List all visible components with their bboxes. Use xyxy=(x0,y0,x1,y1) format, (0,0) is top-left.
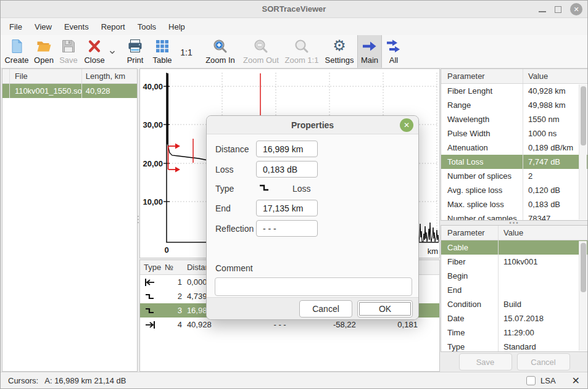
chevron-down-icon[interactable] xyxy=(109,47,115,57)
maximize-icon[interactable] xyxy=(555,6,561,13)
parameter-row[interactable]: Wavelength1550 nm xyxy=(441,112,587,126)
toolbar-open-label: Open xyxy=(34,55,54,65)
cable-info-row[interactable]: End xyxy=(441,283,587,297)
cable-info-row[interactable]: Fiber110kv001 xyxy=(441,255,587,269)
svg-text:⚙: ⚙ xyxy=(333,38,346,54)
toolbar-open-button[interactable]: Open xyxy=(31,35,56,68)
minimize-icon[interactable] xyxy=(539,11,546,12)
dialog-footer: Cancel OK xyxy=(207,297,418,319)
cable-info-row[interactable]: ConditionBuild xyxy=(441,297,587,311)
comment-label: Comment xyxy=(215,263,253,273)
cable-param-value-cell: Build xyxy=(498,297,587,311)
params-scroll-thumb[interactable] xyxy=(581,86,586,145)
parameter-value-cell: 0,183 dB xyxy=(523,197,587,211)
cable-info-row[interactable]: Cable xyxy=(441,240,587,255)
menu-item-help[interactable]: Help xyxy=(162,20,191,34)
cable-info-row[interactable]: TypeStandard xyxy=(441,340,587,352)
menu-item-view[interactable]: View xyxy=(28,20,58,34)
title-bar: SORTraceViewer ✕ xyxy=(1,1,587,18)
event-number-cell: 2 xyxy=(164,289,184,303)
toolbar-zoom-in-label: Zoom In xyxy=(205,55,235,65)
toolbar-settings-button[interactable]: ⚙Settings xyxy=(321,35,357,68)
menu-item-report[interactable]: Report xyxy=(95,20,131,34)
trace-line xyxy=(168,142,209,160)
dialog-ok-button[interactable]: OK xyxy=(357,300,413,317)
gear-icon: ⚙ xyxy=(331,37,348,55)
parameter-row[interactable]: Number of splices2 xyxy=(441,169,587,183)
toolbar-save-button[interactable]: Save xyxy=(56,35,81,68)
toolbar-print-label: Print xyxy=(127,55,144,65)
event-comment-cell xyxy=(437,275,439,289)
parameter-value-cell: 1550 nm xyxy=(523,112,587,126)
side-buttons: Save Cancel xyxy=(441,353,588,372)
end-label: End xyxy=(215,203,256,213)
event-comment-cell xyxy=(437,289,439,303)
cable-scrollbar[interactable] xyxy=(579,241,587,351)
cable-param-name-cell: Time xyxy=(441,326,498,340)
toolbar-table-button[interactable]: Table xyxy=(149,35,176,68)
event-number-cell: 3 xyxy=(164,303,184,317)
parameter-row[interactable]: Range49,988 km xyxy=(441,98,587,112)
file-list-row[interactable]: 110kv001_1550.sor40,928 xyxy=(2,84,137,98)
lsa-checkbox[interactable] xyxy=(526,376,536,385)
comment-field[interactable] xyxy=(215,277,412,296)
toolbar-zoom-1-1-button[interactable]: Zoom 1:1 xyxy=(282,35,321,68)
toolbar-close-button[interactable]: Close xyxy=(81,35,108,68)
toolbar-zoom-in-button[interactable]: Zoom In xyxy=(201,35,240,68)
cable-info-row[interactable]: Begin xyxy=(441,269,587,283)
parameter-name-cell: Avg. splice loss xyxy=(441,183,523,197)
number-column-header: № xyxy=(164,260,184,274)
dialog-title-bar: Properties ✕ xyxy=(207,116,418,134)
horizontal-splitter[interactable]: ••• xyxy=(441,221,588,225)
toolbar-scale-1-1-button[interactable]: 1:1 xyxy=(176,35,197,68)
parameter-row[interactable]: Attenuation0,189 dB/km xyxy=(441,141,587,155)
toolbar-create-button[interactable]: Create xyxy=(2,35,31,68)
reflection-label: Reflection xyxy=(215,224,256,234)
toolbar-zoom-out-button[interactable]: Zoom Out xyxy=(240,35,282,68)
cable-param-name-cell: Begin xyxy=(441,269,498,283)
comment-column-header: Comment xyxy=(437,260,439,274)
toolbar-main-button[interactable]: Main xyxy=(357,35,382,68)
menu-item-file[interactable]: File xyxy=(3,20,28,34)
cable-scroll-thumb[interactable] xyxy=(581,243,586,292)
event-splice-icon xyxy=(140,303,164,317)
dialog-cancel-button[interactable]: Cancel xyxy=(299,300,352,317)
toolbar-all-button[interactable]: All xyxy=(382,35,405,68)
reflection-field[interactable] xyxy=(256,220,318,237)
menu-item-tools[interactable]: Tools xyxy=(131,20,162,34)
parameter-row[interactable]: Max. splice loss0,183 dB xyxy=(441,197,587,211)
cable-info-row[interactable]: Date15.07.2018 xyxy=(441,311,587,326)
statusbar-close-icon[interactable]: ✕ xyxy=(572,375,580,387)
parameter-row[interactable]: Total Loss7,747 dB xyxy=(441,155,587,169)
table-grid-icon xyxy=(154,37,170,55)
parameter-value-cell: 0,189 dB/km xyxy=(523,141,587,155)
value-column-header: Value xyxy=(523,69,587,83)
menu-item-events[interactable]: Events xyxy=(58,20,95,34)
parameter-row[interactable]: Fiber Lenght40,928 km xyxy=(441,84,587,98)
cable-param-name-cell: Cable xyxy=(441,240,498,255)
toolbar-print-button[interactable]: Print xyxy=(122,35,149,68)
dialog-close-icon[interactable]: ✕ xyxy=(400,118,413,132)
splice-step-icon xyxy=(258,182,270,194)
distance-field[interactable] xyxy=(256,141,318,157)
cancel-button[interactable]: Cancel xyxy=(517,353,570,371)
loss-field[interactable] xyxy=(256,161,318,178)
cable-info-row[interactable]: Time11:29:00 xyxy=(441,326,587,340)
event-number-cell: 1 xyxy=(164,275,184,289)
params-scrollbar[interactable] xyxy=(579,84,587,219)
end-field[interactable] xyxy=(256,200,318,216)
properties-dialog: Properties ✕ Distance Loss Type Loss End… xyxy=(206,115,419,320)
x-unit-label: km xyxy=(428,247,438,256)
parameter-name-cell: Attenuation xyxy=(441,141,523,155)
toolbar-close-label: Close xyxy=(84,55,104,65)
toolbar-settings-label: Settings xyxy=(325,55,354,65)
save-button[interactable]: Save xyxy=(459,353,512,371)
window-close-icon[interactable]: ✕ xyxy=(570,3,582,15)
parameter-row[interactable]: Avg. splice loss0,120 dB xyxy=(441,183,587,197)
event-end-icon xyxy=(140,317,164,332)
file-length-cell: 40,928 xyxy=(82,84,137,98)
measurement-params-panel: Parameter Value Fiber Lenght40,928 kmRan… xyxy=(441,68,588,221)
parameter-row[interactable]: Pulse Width1000 ns xyxy=(441,126,587,141)
toolbar-table-label: Table xyxy=(152,55,172,65)
event-comment-cell xyxy=(437,317,439,332)
